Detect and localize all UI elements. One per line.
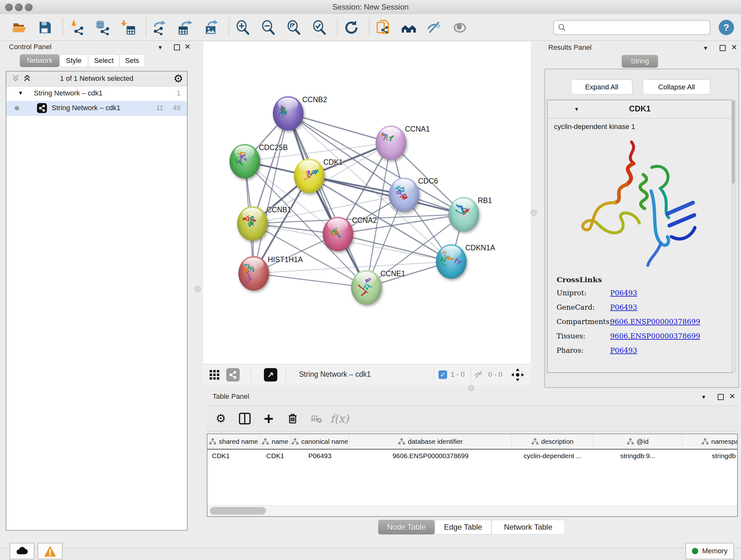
open-session-button[interactable] <box>11 18 28 37</box>
collapse-all-button[interactable]: Collapse All <box>643 79 711 95</box>
import-network-database-button[interactable] <box>94 18 111 37</box>
network-node-ccnb1[interactable] <box>237 206 268 241</box>
crosslink-value-link[interactable]: P06493 <box>610 289 637 297</box>
tab-string[interactable]: String <box>622 55 658 68</box>
network-edge[interactable] <box>288 113 391 143</box>
column-header-name[interactable]: name <box>260 434 291 449</box>
network-collection-row[interactable]: ▼ String Network – cdk1 1 <box>6 86 187 101</box>
table-cell[interactable]: 9606.ENSP00000378699 <box>349 449 512 463</box>
hidden-eye-icon[interactable] <box>474 370 483 381</box>
scrollbar-thumb[interactable] <box>210 507 266 515</box>
crosslink-value-link[interactable]: P06493 <box>610 347 637 354</box>
results-panel-close-icon[interactable]: ✕ <box>731 43 737 52</box>
export-image-button[interactable] <box>202 18 219 37</box>
function-builder-icon[interactable]: f(x) <box>331 410 348 427</box>
tab-style[interactable]: Style <box>59 54 88 67</box>
table-panel-float-icon[interactable] <box>718 394 724 400</box>
crosslink-value-link[interactable]: P06493 <box>610 303 637 311</box>
clone-network-button[interactable] <box>375 18 392 37</box>
column-header-description[interactable]: description <box>512 434 593 449</box>
column-header-namespace[interactable]: namespace <box>682 434 738 449</box>
network-node-ccna1[interactable] <box>376 125 406 160</box>
results-scrollbar[interactable] <box>731 100 736 372</box>
grid-view-button[interactable] <box>208 369 220 381</box>
protein-title-row[interactable]: ▾ CDK1 <box>548 100 732 118</box>
import-table-button[interactable] <box>119 18 137 37</box>
network-canvas[interactable]: CCNB2CCNA1CDC25BCDK1CDC6RB1CCNB1CCNA2CDK… <box>203 42 531 364</box>
table-panel-close-icon[interactable]: ✕ <box>729 392 735 401</box>
zoom-in-button[interactable] <box>234 18 252 37</box>
string-home-button[interactable] <box>400 18 417 37</box>
table-cell[interactable]: CDK1 <box>260 449 291 463</box>
network-node-cdkn1a[interactable] <box>436 244 467 279</box>
delete-table-icon[interactable] <box>308 410 325 427</box>
expand-all-button[interactable]: Expand All <box>571 79 632 95</box>
network-node-cdc6[interactable] <box>389 178 419 212</box>
tree-caret-icon[interactable]: ▼ <box>18 90 23 97</box>
column-header-id[interactable]: @id <box>593 434 682 449</box>
delete-column-trash-icon[interactable] <box>284 410 301 427</box>
search-input[interactable] <box>566 23 701 32</box>
export-network-button[interactable] <box>151 18 169 37</box>
table-cell[interactable]: P06493 <box>291 449 349 463</box>
left-splitter-handle[interactable] <box>195 286 201 292</box>
warning-status-button[interactable] <box>38 543 63 559</box>
column-header-sharedname[interactable]: shared name <box>207 434 260 449</box>
network-node-hist1h1a[interactable] <box>239 256 269 291</box>
import-network-file-button[interactable] <box>68 18 85 37</box>
network-node-cdk1[interactable] <box>294 159 325 193</box>
birdseye-view-button[interactable] <box>264 368 277 381</box>
node-table[interactable]: shared namenamecanonical namedatabase id… <box>207 434 738 517</box>
tab-node-table[interactable]: Node Table <box>378 520 434 535</box>
tab-network[interactable]: Network <box>20 54 59 67</box>
network-options-gear-icon[interactable]: ⚙ <box>174 72 183 85</box>
table-panel-menu-caret-icon[interactable]: ▾ <box>702 393 705 401</box>
table-settings-gear-icon[interactable]: ⚙ <box>212 410 229 427</box>
network-edge[interactable] <box>254 273 366 287</box>
network-node-cdc25b[interactable] <box>229 144 260 179</box>
crosslink-value-link[interactable]: 9606.ENSP00000378699 <box>610 332 700 340</box>
add-column-plus-icon[interactable]: + <box>260 410 277 429</box>
selected-checkbox[interactable]: ✓ <box>439 370 447 379</box>
network-edge[interactable] <box>254 113 288 273</box>
tab-sets[interactable]: Sets <box>120 54 145 67</box>
tab-select[interactable]: Select <box>88 54 120 67</box>
control-panel-float-icon[interactable] <box>174 44 180 51</box>
tab-edge-table[interactable]: Edge Table <box>434 520 491 535</box>
zoom-selected-button[interactable] <box>311 18 328 37</box>
control-panel-close-icon[interactable]: ✕ <box>185 43 191 51</box>
table-cell[interactable]: CDK1 <box>207 449 260 463</box>
save-session-button[interactable] <box>37 18 54 37</box>
apply-layout-button[interactable] <box>343 18 360 37</box>
help-button[interactable]: ? <box>719 20 734 35</box>
zoom-out-button[interactable] <box>260 18 277 37</box>
network-node-ccnb2[interactable] <box>273 96 304 131</box>
network-node-rb1[interactable] <box>448 197 479 232</box>
table-cell[interactable]: cyclin-dependent ... <box>512 449 593 463</box>
horizontal-splitter-handle[interactable] <box>468 385 474 391</box>
column-header-canonicalname[interactable]: canonical name <box>291 434 349 449</box>
results-panel-float-icon[interactable] <box>720 45 726 51</box>
hide-panel-button[interactable] <box>426 18 443 37</box>
table-cell[interactable]: stringdb <box>682 449 738 463</box>
tab-network-table[interactable]: Network Table <box>491 520 565 535</box>
network-row-selected[interactable]: String Network – cdk1 11 48 <box>6 101 187 116</box>
network-node-ccna2[interactable] <box>323 217 353 251</box>
crosslink-value-link[interactable]: 9606.ENSP00000378699 <box>610 318 700 326</box>
network-share-view-button[interactable] <box>226 368 240 381</box>
memory-button[interactable]: Memory <box>685 543 734 559</box>
cloud-status-button[interactable] <box>10 543 35 559</box>
show-eye-button[interactable] <box>451 18 468 37</box>
network-node-ccne1[interactable] <box>351 270 382 305</box>
pan-crosshair-icon[interactable] <box>511 368 525 383</box>
column-header-databaseidentifier[interactable]: database identifier <box>349 434 512 449</box>
right-splitter-handle[interactable] <box>531 210 537 216</box>
table-horizontal-scrollbar[interactable] <box>207 505 737 516</box>
export-table-button[interactable] <box>177 18 194 37</box>
results-panel-menu-caret-icon[interactable]: ▾ <box>704 44 707 52</box>
zoom-fit-button[interactable] <box>285 18 302 37</box>
control-panel-menu-caret-icon[interactable]: ▾ <box>158 44 162 51</box>
show-columns-icon[interactable] <box>237 410 253 427</box>
table-cell[interactable]: stringdb:9... <box>593 449 682 463</box>
toolbar-search[interactable] <box>553 20 711 35</box>
